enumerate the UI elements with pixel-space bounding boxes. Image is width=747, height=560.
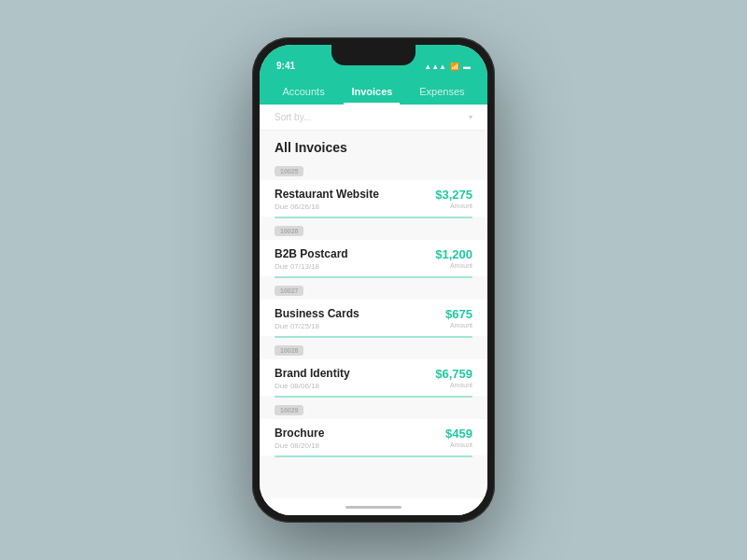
invoice-group: 10027 Business Cards Due 07/25/18 $675 A… [260, 280, 487, 338]
invoice-item[interactable]: Restaurant Website Due 06/26/18 $3,275 A… [260, 180, 487, 217]
invoice-name: Restaurant Website [275, 188, 379, 201]
invoice-left: Restaurant Website Due 06/26/18 [275, 188, 379, 211]
invoice-list: All Invoices 10025 Restaurant Website Du… [260, 131, 487, 498]
invoice-item[interactable]: Brand Identity Due 08/06/18 $6,759 Amoun… [260, 359, 487, 396]
invoice-left: Brand Identity Due 08/06/18 [275, 367, 350, 390]
invoice-group: 10029 Brochure Due 08/20/18 $459 Amount [260, 399, 487, 457]
invoice-amount-label: Amount [435, 382, 472, 388]
sort-label: Sort by... [275, 112, 311, 122]
invoice-due: Due 07/13/18 [275, 262, 348, 271]
invoice-item[interactable]: Brochure Due 08/20/18 $459 Amount [260, 419, 487, 455]
invoice-due: Due 08/20/18 [275, 441, 324, 450]
invoice-name: Business Cards [275, 307, 359, 320]
invoice-divider [275, 336, 472, 338]
battery-icon: ▬ [463, 63, 471, 71]
invoice-amount: $3,275 [435, 188, 472, 202]
invoice-divider [275, 276, 472, 278]
invoice-group: 10028 Brand Identity Due 08/06/18 $6,759… [260, 340, 487, 398]
invoice-divider [275, 455, 472, 457]
invoice-item[interactable]: B2B Postcard Due 07/13/18 $1,200 Amount [260, 240, 487, 276]
invoice-id-badge: 10029 [275, 405, 303, 415]
invoice-divider [275, 396, 472, 398]
invoice-amount-label: Amount [445, 441, 472, 448]
invoice-due: Due 08/06/18 [275, 382, 350, 390]
invoice-item[interactable]: Business Cards Due 07/25/18 $675 Amount [260, 300, 487, 336]
invoice-left: Brochure Due 08/20/18 [275, 427, 324, 450]
invoice-amount: $6,759 [435, 367, 472, 381]
sort-bar[interactable]: Sort by... ▾ [260, 105, 487, 131]
invoice-amount: $1,200 [435, 247, 472, 261]
invoice-left: Business Cards Due 07/25/18 [275, 307, 359, 330]
invoice-group: 10026 B2B Postcard Due 07/13/18 $1,200 A… [260, 220, 487, 278]
home-bar [345, 506, 402, 509]
invoice-id-badge: 10026 [275, 226, 303, 236]
invoice-id-badge: 10025 [275, 166, 303, 176]
status-time: 9:41 [276, 61, 295, 71]
invoice-amount-label: Amount [445, 322, 472, 329]
invoice-right: $1,200 Amount [435, 247, 472, 269]
invoice-due: Due 06/26/18 [275, 203, 379, 211]
invoice-left: B2B Postcard Due 07/13/18 [275, 247, 348, 271]
invoice-amount-label: Amount [435, 203, 472, 209]
invoice-name: Brochure [275, 427, 324, 440]
invoice-id-badge: 10028 [275, 345, 303, 356]
invoice-amount-label: Amount [435, 262, 472, 269]
invoice-amount: $675 [445, 307, 472, 321]
wifi-icon: 📶 [450, 63, 459, 71]
tab-accounts[interactable]: Accounts [275, 80, 331, 105]
status-icons: ▲▲▲ 📶 ▬ [424, 63, 471, 71]
invoice-group: 10025 Restaurant Website Due 06/26/18 $3… [260, 161, 487, 218]
invoice-id-badge: 10027 [275, 286, 303, 296]
invoice-right: $6,759 Amount [435, 367, 472, 388]
invoice-right: $3,275 Amount [435, 188, 472, 209]
sort-arrow-icon: ▾ [469, 113, 472, 121]
home-indicator [260, 498, 487, 515]
section-title: All Invoices [260, 131, 487, 161]
invoice-due: Due 07/25/18 [275, 322, 359, 330]
tab-bar: Accounts Invoices Expenses [260, 75, 487, 105]
invoice-right: $675 Amount [445, 307, 472, 329]
invoice-amount: $459 [445, 427, 472, 441]
notch [331, 45, 416, 65]
invoice-name: Brand Identity [275, 367, 350, 380]
header: Accounts Invoices Expenses [260, 75, 487, 105]
tab-expenses[interactable]: Expenses [412, 80, 472, 105]
phone-screen: 9:41 ▲▲▲ 📶 ▬ Accounts Invoices Expenses … [260, 45, 487, 515]
phone-frame: 9:41 ▲▲▲ 📶 ▬ Accounts Invoices Expenses … [252, 37, 495, 523]
signal-icon: ▲▲▲ [424, 63, 446, 71]
invoice-divider [275, 217, 472, 218]
invoice-right: $459 Amount [445, 427, 472, 448]
invoice-name: B2B Postcard [275, 247, 348, 260]
tab-invoices[interactable]: Invoices [344, 80, 400, 105]
